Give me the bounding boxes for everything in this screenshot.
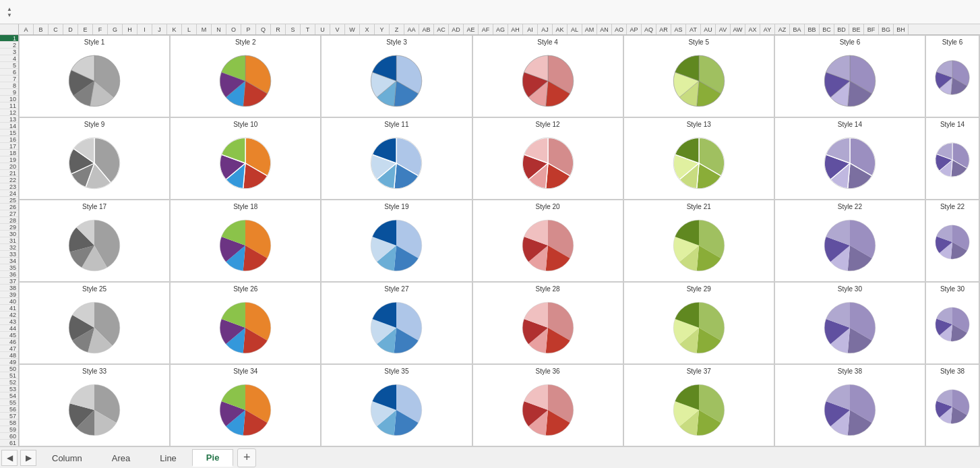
col-header-AK[interactable]: AK [553,24,568,34]
col-header-Z[interactable]: Z [390,24,404,34]
row-num-10[interactable]: 10 [0,96,18,103]
chart-cell-style-36[interactable]: Style 36 [472,364,623,446]
col-header-AJ[interactable]: AJ [538,24,553,34]
col-header-AC[interactable]: AC [434,24,449,34]
row-num-15[interactable]: 15 [0,129,18,136]
chart-cell-style-30[interactable]: Style 30 [774,282,925,364]
col-header-BC[interactable]: BC [820,24,834,34]
col-header-G[interactable]: G [108,24,123,34]
col-header-L[interactable]: L [182,24,197,34]
chart-cell-style-20[interactable]: Style 20 [472,200,623,282]
row-num-20[interactable]: 20 [0,163,18,170]
col-header-BH[interactable]: BH [894,24,909,34]
col-header-C[interactable]: C [49,24,63,34]
row-num-47[interactable]: 47 [0,345,18,352]
col-header-AZ[interactable]: AZ [775,24,790,34]
chart-cell-style-13[interactable]: Style 13 [623,117,774,200]
row-num-50[interactable]: 50 [0,365,18,372]
col-header-N[interactable]: N [212,24,226,34]
col-header-D[interactable]: D [63,24,78,34]
row-num-5[interactable]: 5 [0,62,18,69]
row-num-16[interactable]: 16 [0,136,18,143]
chart-cell-style-33[interactable]: Style 33 [19,364,170,446]
col-header-AO[interactable]: AO [612,24,627,34]
row-num-1[interactable]: 1 [0,35,18,42]
tab-line[interactable]: Line [146,450,191,466]
col-header-AX[interactable]: AX [745,24,760,34]
row-num-13[interactable]: 13 [0,116,18,123]
tab-pie[interactable]: Pie [192,449,234,467]
col-header-T[interactable]: T [301,24,315,34]
row-num-53[interactable]: 53 [0,386,18,392]
col-header-AP[interactable]: AP [627,24,642,34]
chart-cell-style-26[interactable]: Style 26 [170,282,321,364]
chart-cell-style-10[interactable]: Style 10 [170,117,321,200]
row-num-23[interactable]: 23 [0,183,18,190]
chart-cell-style-35[interactable]: Style 35 [321,364,472,446]
row-num-52[interactable]: 52 [0,379,18,386]
row-num-4[interactable]: 4 [0,55,18,62]
chart-cell-style-38[interactable]: Style 38 [774,364,925,446]
col-header-P[interactable]: P [241,24,256,34]
chart-cell-style-1[interactable]: Style 1 [19,35,170,117]
col-header-AA[interactable]: AA [404,24,419,34]
col-header-J[interactable]: J [152,24,167,34]
chart-cell-style-14[interactable]: Style 14 [774,117,925,200]
row-num-14[interactable]: 14 [0,123,18,129]
row-num-43[interactable]: 43 [0,318,18,325]
row-num-34[interactable]: 34 [0,258,18,264]
row-num-41[interactable]: 41 [0,305,18,312]
chart-cell-style-18[interactable]: Style 18 [170,200,321,282]
chart-cell-style-6[interactable]: Style 6 [774,35,925,117]
row-num-45[interactable]: 45 [0,332,18,339]
row-num-28[interactable]: 28 [0,217,18,224]
chart-cell-style-22[interactable]: Style 22 [774,200,925,282]
col-header-AG[interactable]: AG [493,24,508,34]
row-num-9[interactable]: 9 [0,89,18,96]
row-num-22[interactable]: 22 [0,177,18,183]
row-num-54[interactable]: 54 [0,392,18,399]
chart-cell-style-19[interactable]: Style 19 [321,200,472,282]
row-num-42[interactable]: 42 [0,312,18,318]
chart-cell-style-21[interactable]: Style 21 [623,200,774,282]
row-num-37[interactable]: 37 [0,278,18,285]
row-num-33[interactable]: 33 [0,251,18,258]
col-header-E[interactable]: E [78,24,93,34]
chart-cell-style-4[interactable]: Style 4 [472,35,623,117]
row-num-3[interactable]: 3 [0,49,18,55]
col-header-AH[interactable]: AH [508,24,523,34]
row-num-19[interactable]: 19 [0,156,18,163]
col-header-W[interactable]: W [345,24,360,34]
row-num-61[interactable]: 61 [0,440,18,446]
tab-nav-prev[interactable]: ◀ [1,450,18,466]
row-num-59[interactable]: 59 [0,426,18,433]
col-header-AW[interactable]: AW [731,24,745,34]
row-num-26[interactable]: 26 [0,204,18,210]
formula-input[interactable] [86,7,971,17]
col-header-BE[interactable]: BE [849,24,864,34]
chart-cell-style-34[interactable]: Style 34 [170,364,321,446]
col-header-S[interactable]: S [286,24,301,34]
col-header-AS[interactable]: AS [671,24,686,34]
chart-cell-style-25[interactable]: Style 25 [19,282,170,364]
col-header-AI[interactable]: AI [523,24,538,34]
col-header-AE[interactable]: AE [464,24,479,34]
row-num-27[interactable]: 27 [0,210,18,217]
row-num-60[interactable]: 60 [0,433,18,440]
col-header-Y[interactable]: Y [375,24,390,34]
row-num-49[interactable]: 49 [0,359,18,365]
chart-cell-style-17[interactable]: Style 17 [19,200,170,282]
row-num-7[interactable]: 7 [0,76,18,82]
col-header-B[interactable]: B [34,24,49,34]
row-num-44[interactable]: 44 [0,325,18,332]
col-header-M[interactable]: M [197,24,212,34]
cell-ref-arrows[interactable]: ▲ ▼ [7,6,12,18]
row-num-25[interactable]: 25 [0,197,18,204]
row-num-11[interactable]: 11 [0,103,18,109]
chart-cell-style-28[interactable]: Style 28 [472,282,623,364]
col-header-AV[interactable]: AV [716,24,731,34]
tab-area[interactable]: Area [98,450,144,466]
row-num-12[interactable]: 12 [0,109,18,116]
col-header-AB[interactable]: AB [419,24,434,34]
col-header-I[interactable]: I [137,24,152,34]
